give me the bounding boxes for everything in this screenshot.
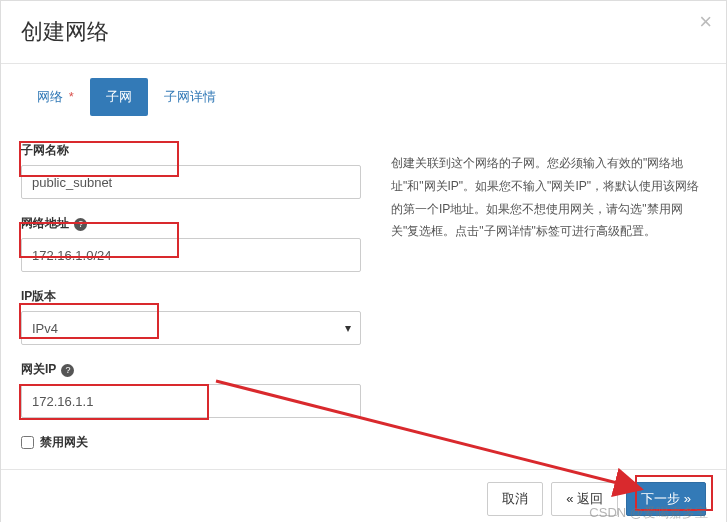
label-disable-gateway: 禁用网关 [40,434,88,451]
input-subnet-name[interactable] [21,165,361,199]
help-icon[interactable]: ? [74,218,87,231]
watermark: CSDN @爱喝嘉多宝 [589,504,708,522]
form-column: 子网名称 网络地址 ? IP版本 ▾ 网关IP [21,126,361,451]
group-subnet-name: 子网名称 [21,142,361,199]
required-mark: * [69,89,74,104]
select-ip-version[interactable]: ▾ [21,311,361,345]
checkbox-disable-gateway[interactable] [21,436,34,449]
input-network-address[interactable] [21,238,361,272]
close-icon[interactable]: × [699,9,712,35]
input-gateway-ip[interactable] [21,384,361,418]
help-text: 创建关联到这个网络的子网。您必须输入有效的"网络地址"和"网关IP"。如果您不输… [391,126,706,451]
label-gateway-ip: 网关IP ? [21,361,361,378]
modal-create-network: 创建网络 × 网络 * 子网 子网详情 子网名称 网络地址 ? [0,0,727,522]
tab-network[interactable]: 网络 * [21,78,90,116]
group-gateway-ip: 网关IP ? [21,361,361,418]
tab-subnet-details[interactable]: 子网详情 [148,78,232,116]
group-ip-version: IP版本 ▾ [21,288,361,345]
tab-subnet[interactable]: 子网 [90,78,148,116]
label-network-address-text: 网络地址 [21,216,69,230]
label-network-address: 网络地址 ? [21,215,361,232]
tab-network-label: 网络 [37,89,63,104]
tab-subnet-label: 子网 [106,89,132,104]
cancel-button[interactable]: 取消 [487,482,543,516]
select-ip-version-value[interactable] [21,311,361,345]
label-subnet-name: 子网名称 [21,142,361,159]
tab-subnet-details-label: 子网详情 [164,89,216,104]
label-gateway-ip-text: 网关IP [21,362,56,376]
modal-header: 创建网络 × [1,1,726,64]
group-network-address: 网络地址 ? [21,215,361,272]
group-disable-gateway: 禁用网关 [21,434,361,451]
label-ip-version: IP版本 [21,288,361,305]
tabs: 网络 * 子网 子网详情 [1,64,726,116]
help-icon[interactable]: ? [61,364,74,377]
modal-body: 子网名称 网络地址 ? IP版本 ▾ 网关IP [1,116,726,470]
modal-title: 创建网络 [21,17,706,47]
